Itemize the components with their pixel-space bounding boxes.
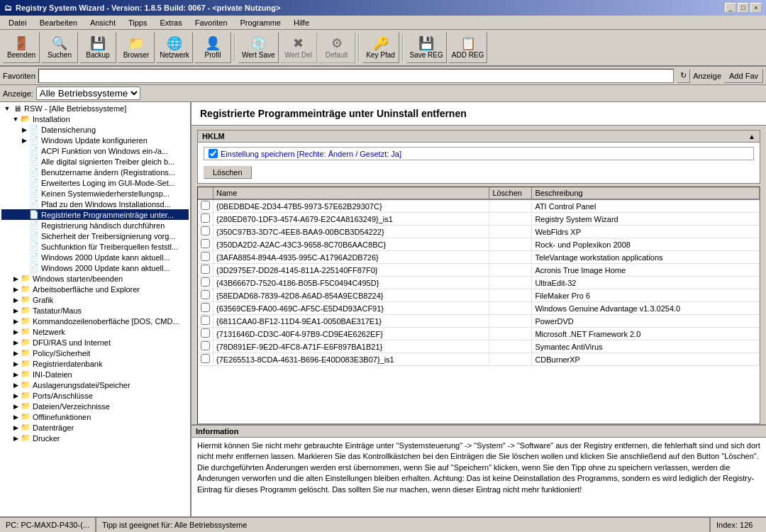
row-checkbox-cell[interactable] <box>198 289 213 302</box>
sidebar-item-0[interactable]: ▼📂Installation <box>1 113 189 124</box>
sidebar-item-21[interactable]: ▶📁DFÜ/RAS und Internet <box>1 337 189 348</box>
tree-item-label: Tastatur/Maus <box>33 306 82 315</box>
sidebar-item-8[interactable]: 📄Pfad zu den Windows Installationsd... <box>1 199 189 209</box>
row-checkbox-cell[interactable] <box>198 328 213 340</box>
sidebar-item-10[interactable]: 📄Registrierung händisch durchführen <box>1 220 189 231</box>
anzeige-select[interactable]: Alle Betriebssysteme <box>36 87 140 100</box>
row-checkbox-0[interactable] <box>201 201 210 210</box>
sidebar-item-4[interactable]: 📄Alle digital signierten Treiber gleich … <box>1 156 189 167</box>
row-checkbox-cell[interactable] <box>198 277 213 289</box>
hklm-collapse-button[interactable]: ▲ <box>748 133 755 140</box>
favorites-refresh-button[interactable]: ↻ <box>677 69 690 83</box>
sidebar-item-23[interactable]: ▶📁Registrierdatenbank <box>1 358 189 369</box>
menu-hilfe[interactable]: Hilfe <box>288 17 315 28</box>
row-checkbox-cell[interactable] <box>198 238 213 251</box>
toolbar-browser[interactable]: 📁 Browser <box>118 32 155 63</box>
row-checkbox-cell[interactable] <box>198 251 213 264</box>
app-title: Registry System Wizard - Version: 1.8.5 … <box>16 4 280 12</box>
sidebar-item-24[interactable]: ▶📁INI-Dateien <box>1 369 189 379</box>
tree-item-label: Drucker <box>33 434 60 443</box>
sidebar-item-12[interactable]: 📄Suchfunktion für Treiberquellen feststl… <box>1 241 189 252</box>
row-checkbox-cell[interactable] <box>198 199 213 213</box>
sidebar-item-2[interactable]: ▶📄Windows Update konfigurieren <box>1 135 189 145</box>
sidebar-item-1[interactable]: ▶📄Datensicherung <box>1 124 189 135</box>
toolbar-backup[interactable]: 💾 Backup <box>79 32 116 63</box>
sidebar-item-3[interactable]: 📄ACPI Funktion von Windows ein-/a... <box>1 145 189 156</box>
menu-tipps[interactable]: Tipps <box>123 17 153 28</box>
toolbar-separator-1 <box>234 34 235 61</box>
row-beschreibung-cell: WebFldrs XP <box>532 226 760 238</box>
toolbar-suchen[interactable]: 🔍 Suchen <box>41 32 78 63</box>
sidebar-item-16[interactable]: ▶📁Arbeitsoberfläche und Explorer <box>1 284 189 294</box>
sidebar-item-9[interactable]: 📄Registrierte Programmeinträge unter... <box>1 209 189 220</box>
row-checkbox-10[interactable] <box>201 328 210 338</box>
menu-datei[interactable]: Datei <box>3 17 33 28</box>
tree-folder-icon: 📁 <box>20 295 31 304</box>
sidebar-item-22[interactable]: ▶📁Policy/Sicherheit <box>1 348 189 358</box>
row-checkbox-cell[interactable] <box>198 226 213 238</box>
loeschen-button[interactable]: Löschen <box>204 166 252 179</box>
row-checkbox-9[interactable] <box>201 316 210 325</box>
sidebar-item-7[interactable]: 📄Keinen Systemwiederherstellungsp... <box>1 188 189 199</box>
tree-folder-icon: 📄 <box>28 135 40 145</box>
sidebar-item-11[interactable]: 📄Sicherheit der Treibersignierung vorg..… <box>1 231 189 241</box>
toolbar-default[interactable]: ⚙ Default <box>318 32 355 63</box>
toolbar-key-pfad[interactable]: 🔑 Key Pfad <box>362 32 399 63</box>
sidebar-item-30[interactable]: ▶📁Drucker <box>1 433 189 443</box>
row-checkbox-cell[interactable] <box>198 213 213 226</box>
tree-item-label: Windows 2000 Update kann aktuell... <box>41 264 170 272</box>
row-checkbox-cell[interactable] <box>198 264 213 277</box>
sidebar-item-29[interactable]: ▶📁Datenträger <box>1 422 189 433</box>
row-checkbox-11[interactable] <box>201 341 210 350</box>
sidebar-item-20[interactable]: ▶📁Netzwerk <box>1 326 189 337</box>
sidebar-item-5[interactable]: 📄Benutzername ändern (Registrations... <box>1 167 189 177</box>
row-checkbox-4[interactable] <box>201 252 210 261</box>
row-checkbox-12[interactable] <box>201 354 210 363</box>
sidebar-item-15[interactable]: ▶📁Windows starten/beenden <box>1 273 189 284</box>
registry-table-container[interactable]: Name Löschen Beschreibung {0BEDBD4E-2D34… <box>197 187 760 424</box>
menu-programme[interactable]: Programme <box>235 17 287 28</box>
sidebar-item-19[interactable]: ▶📁Kommandozeilenoberfläche [DOS, CMD... <box>1 316 189 326</box>
row-checkbox-7[interactable] <box>201 290 210 299</box>
toolbar-beenden[interactable]: 🚪 Beenden <box>3 32 40 63</box>
row-checkbox-cell[interactable] <box>198 353 213 366</box>
menu-bar: Datei Bearbeiten Ansicht Tipps Extras Fa… <box>0 16 766 30</box>
menu-bearbeiten[interactable]: Bearbeiten <box>34 17 83 28</box>
toolbar-netzwerk[interactable]: 🌐 Netzwerk <box>156 32 193 63</box>
close-button[interactable]: × <box>750 3 762 13</box>
sidebar-item-13[interactable]: 📄Windows 2000 Update kann aktuell... <box>1 252 189 262</box>
sidebar-item-27[interactable]: ▶📁Dateien/Verzeichnisse <box>1 401 189 411</box>
row-checkbox-cell[interactable] <box>198 315 213 328</box>
row-checkbox-6[interactable] <box>201 277 210 287</box>
einstellung-checkbox[interactable] <box>209 149 218 158</box>
minimize-button[interactable]: _ <box>725 3 736 13</box>
toolbar-add-reg[interactable]: 📋 ADD REG <box>448 32 488 63</box>
sidebar-item-28[interactable]: ▶📁Offlinefunktionen <box>1 411 189 422</box>
sidebar-item-14[interactable]: 📄Windows 2000 Update kann aktuell... <box>1 262 189 273</box>
toolbar-save-reg[interactable]: 💾 Save REG <box>406 32 447 63</box>
row-checkbox-1[interactable] <box>201 214 210 223</box>
row-checkbox-8[interactable] <box>201 303 210 312</box>
sidebar-item-26[interactable]: ▶📁Ports/Anschlüsse <box>1 390 189 401</box>
toolbar-wert-save[interactable]: 💿 Wert Save <box>238 32 279 63</box>
sidebar-item-25[interactable]: ▶📁Auslagerungsdatei/Speicher <box>1 379 189 390</box>
sidebar-root[interactable]: ▼ 🖥 RSW - [Alle Betriebssysteme] <box>1 104 189 113</box>
row-checkbox-5[interactable] <box>201 265 210 274</box>
add-fav-button[interactable]: Add Fav <box>724 69 763 83</box>
row-checkbox-2[interactable] <box>201 226 210 235</box>
menu-favoriten[interactable]: Favoriten <box>189 17 233 28</box>
menu-ansicht[interactable]: Ansicht <box>84 17 121 28</box>
sidebar-item-18[interactable]: ▶📁Tastatur/Maus <box>1 305 189 316</box>
sidebar-item-6[interactable]: 📄Erweitertes Loging im GUI-Mode-Set... <box>1 177 189 188</box>
maximize-button[interactable]: □ <box>738 3 749 13</box>
toolbar-wert-del[interactable]: ✖ Wert Del <box>280 32 317 63</box>
toolbar-profil[interactable]: 👤 Profil <box>194 32 231 63</box>
tree-item-label: Installation <box>33 115 70 123</box>
row-checkbox-cell[interactable] <box>198 340 213 353</box>
menu-extras[interactable]: Extras <box>154 17 187 28</box>
sidebar-item-17[interactable]: ▶📁Grafik <box>1 294 189 305</box>
row-checkbox-3[interactable] <box>201 239 210 248</box>
favorites-input[interactable] <box>38 69 674 83</box>
row-checkbox-cell[interactable] <box>198 302 213 315</box>
tree-folder-icon: 📁 <box>20 316 31 326</box>
